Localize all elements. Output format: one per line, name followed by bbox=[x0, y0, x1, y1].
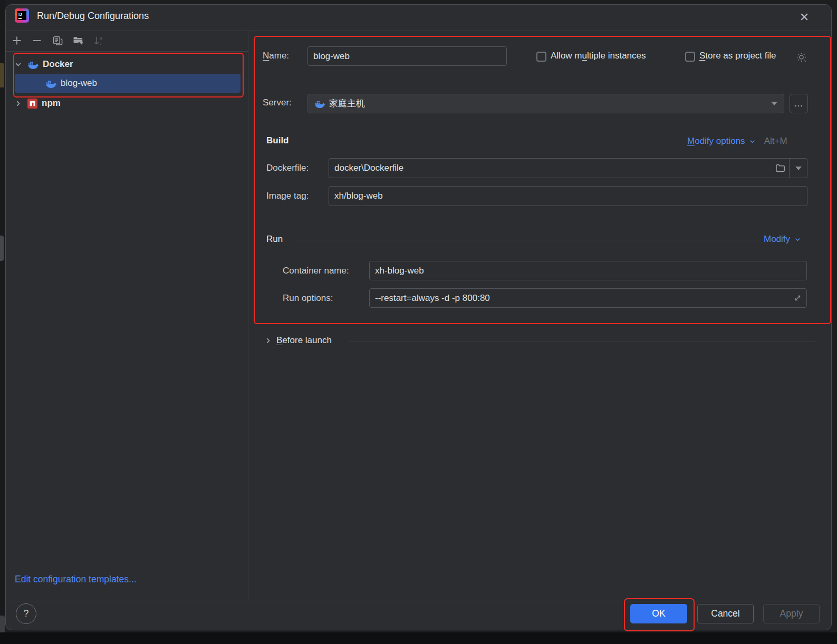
cancel-button[interactable]: Cancel bbox=[697, 604, 754, 623]
build-modify-shortcut: Alt+M bbox=[764, 136, 787, 147]
chevron-down-icon bbox=[748, 137, 757, 145]
background-strip-bottom bbox=[0, 632, 837, 644]
tree-item-label: npm bbox=[42, 98, 61, 109]
allow-multiple-instances-label[interactable]: Allow multiple instances bbox=[551, 51, 646, 61]
svg-text:a: a bbox=[100, 35, 102, 41]
run-options-field[interactable]: --restart=always -d -p 800:80 bbox=[369, 288, 807, 308]
run-section-title: Run bbox=[266, 234, 283, 245]
run-options-value[interactable]: --restart=always -d -p 800:80 bbox=[370, 293, 788, 304]
footer-separator bbox=[6, 601, 831, 601]
copy-configuration-icon[interactable] bbox=[51, 34, 64, 47]
apply-button[interactable]: Apply bbox=[763, 604, 820, 623]
name-label: Name: bbox=[263, 51, 289, 61]
tree-item-label: blog-web bbox=[61, 78, 97, 89]
background-strip bbox=[0, 0, 5, 644]
dockerfile-dropdown-button[interactable] bbox=[790, 167, 807, 170]
chevron-right-icon bbox=[264, 336, 272, 345]
background-fragment bbox=[0, 236, 4, 261]
sort-configurations-icon[interactable]: a z bbox=[92, 34, 105, 47]
edit-configuration-templates-link[interactable]: Edit configuration templates... bbox=[15, 574, 137, 585]
before-launch-line bbox=[349, 341, 815, 342]
image-tag-label: Image tag: bbox=[266, 191, 309, 201]
tree-item-docker-group[interactable]: Docker bbox=[14, 55, 73, 74]
server-browse-button[interactable]: ... bbox=[790, 94, 808, 113]
add-configuration-icon[interactable] bbox=[11, 34, 23, 47]
folder-icon[interactable] bbox=[771, 163, 789, 174]
before-launch-toggle[interactable]: Before launch bbox=[264, 335, 332, 346]
chevron-down-icon[interactable] bbox=[14, 60, 22, 69]
dialog-title: Run/Debug Configurations bbox=[37, 11, 149, 22]
run-modify[interactable]: Modify bbox=[764, 234, 802, 245]
tree-item-blog-web[interactable]: blog-web bbox=[45, 74, 97, 93]
background-fragment bbox=[0, 63, 4, 87]
server-value: 家庭主机 bbox=[329, 97, 365, 110]
ok-button[interactable]: OK bbox=[630, 604, 687, 623]
svg-text:z: z bbox=[100, 41, 102, 46]
docker-icon bbox=[45, 78, 56, 89]
server-label: Server: bbox=[263, 97, 292, 108]
tree-item-label: Docker bbox=[43, 59, 73, 70]
docker-icon bbox=[314, 99, 325, 109]
intellij-logo-icon: IJ bbox=[15, 8, 29, 23]
expand-icon[interactable] bbox=[788, 294, 806, 303]
dockerfile-label: Dockerfile: bbox=[266, 163, 309, 173]
panel-divider bbox=[248, 31, 248, 601]
chevron-down-icon bbox=[793, 235, 802, 243]
dockerfile-value[interactable]: docker\Dockerfile bbox=[329, 163, 771, 173]
remove-configuration-icon[interactable] bbox=[31, 34, 43, 47]
name-input[interactable] bbox=[307, 46, 507, 66]
background-fragment bbox=[0, 616, 5, 633]
run-options-label: Run options: bbox=[283, 293, 333, 304]
run-section-line bbox=[295, 240, 759, 240]
build-modify-options[interactable]: Modify options Alt+M bbox=[687, 136, 787, 147]
container-name-input[interactable] bbox=[369, 261, 807, 280]
toolbar-separator bbox=[6, 51, 248, 52]
help-button[interactable]: ? bbox=[16, 603, 36, 624]
store-as-project-file-checkbox[interactable] bbox=[685, 52, 695, 62]
npm-icon bbox=[27, 99, 37, 109]
server-combobox[interactable]: 家庭主机 bbox=[307, 94, 784, 113]
tree-item-npm-group[interactable]: npm bbox=[14, 94, 61, 113]
docker-icon bbox=[27, 59, 39, 70]
intellij-logo-inner: IJ bbox=[17, 11, 26, 20]
close-icon[interactable]: ✕ bbox=[795, 8, 813, 26]
help-icon: ? bbox=[23, 608, 28, 619]
gear-icon[interactable] bbox=[795, 51, 807, 63]
configurations-toolbar: a z bbox=[5, 31, 248, 51]
new-folder-icon[interactable] bbox=[72, 34, 84, 47]
store-as-project-file-label[interactable]: Store as project file bbox=[699, 51, 776, 61]
screen: IJ Run/Debug Configurations ✕ bbox=[0, 0, 837, 644]
container-name-label: Container name: bbox=[283, 266, 349, 276]
dockerfile-field[interactable]: docker\Dockerfile bbox=[329, 158, 807, 178]
chevron-right-icon[interactable] bbox=[14, 99, 22, 108]
build-section-title: Build bbox=[266, 135, 289, 146]
allow-multiple-instances-checkbox[interactable] bbox=[536, 52, 546, 62]
image-tag-input[interactable] bbox=[329, 186, 807, 206]
dropdown-arrow-icon[interactable] bbox=[771, 102, 777, 105]
